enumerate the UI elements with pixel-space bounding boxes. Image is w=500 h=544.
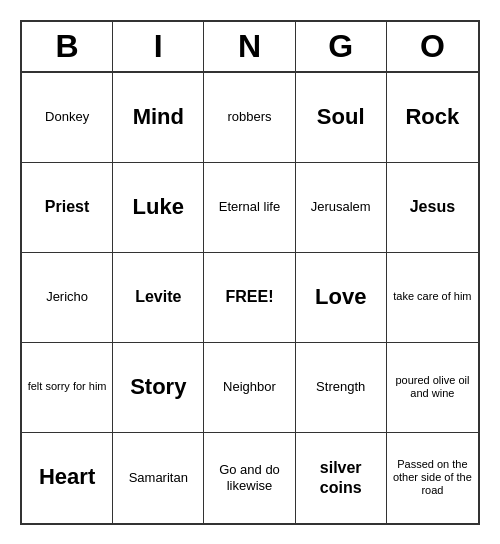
bingo-cell: Jesus [387, 163, 478, 253]
bingo-header: BINGO [22, 22, 478, 73]
bingo-cell: FREE! [204, 253, 295, 343]
bingo-cell: take care of him [387, 253, 478, 343]
header-cell: G [296, 22, 387, 71]
cell-text: Jericho [46, 289, 88, 305]
bingo-cell: Heart [22, 433, 113, 523]
cell-text: Mind [133, 104, 184, 130]
cell-text: Donkey [45, 109, 89, 125]
bingo-cell: Levite [113, 253, 204, 343]
cell-text: Story [130, 374, 186, 400]
cell-text: Priest [45, 197, 89, 216]
bingo-cell: robbers [204, 73, 295, 163]
cell-text: Levite [135, 287, 181, 306]
bingo-cell: silver coins [296, 433, 387, 523]
cell-text: felt sorry for him [28, 380, 107, 393]
cell-text: Eternal life [219, 199, 280, 215]
bingo-cell: Mind [113, 73, 204, 163]
cell-text: poured olive oil and wine [391, 374, 474, 400]
cell-text: Heart [39, 464, 95, 490]
cell-text: Jerusalem [311, 199, 371, 215]
header-cell: B [22, 22, 113, 71]
bingo-grid: DonkeyMindrobbersSoulRockPriestLukeEtern… [22, 73, 478, 523]
cell-text: Neighbor [223, 379, 276, 395]
bingo-card: BINGO DonkeyMindrobbersSoulRockPriestLuk… [20, 20, 480, 525]
bingo-cell: Jerusalem [296, 163, 387, 253]
header-cell: N [204, 22, 295, 71]
bingo-cell: Priest [22, 163, 113, 253]
cell-text: Jesus [410, 197, 455, 216]
header-cell: I [113, 22, 204, 71]
cell-text: FREE! [225, 287, 273, 306]
cell-text: Passed on the other side of the road [391, 458, 474, 498]
cell-text: Soul [317, 104, 365, 130]
bingo-cell: Donkey [22, 73, 113, 163]
cell-text: silver coins [300, 458, 382, 496]
bingo-cell: Soul [296, 73, 387, 163]
bingo-cell: Love [296, 253, 387, 343]
bingo-cell: Neighbor [204, 343, 295, 433]
bingo-cell: Eternal life [204, 163, 295, 253]
bingo-cell: felt sorry for him [22, 343, 113, 433]
cell-text: Love [315, 284, 366, 310]
cell-text: Strength [316, 379, 365, 395]
bingo-cell: Rock [387, 73, 478, 163]
cell-text: take care of him [393, 290, 471, 303]
bingo-cell: Luke [113, 163, 204, 253]
cell-text: Samaritan [129, 470, 188, 486]
header-cell: O [387, 22, 478, 71]
bingo-cell: Samaritan [113, 433, 204, 523]
bingo-cell: Passed on the other side of the road [387, 433, 478, 523]
bingo-cell: Story [113, 343, 204, 433]
bingo-cell: Jericho [22, 253, 113, 343]
bingo-cell: Strength [296, 343, 387, 433]
bingo-cell: poured olive oil and wine [387, 343, 478, 433]
bingo-cell: Go and do likewise [204, 433, 295, 523]
cell-text: robbers [227, 109, 271, 125]
cell-text: Go and do likewise [208, 462, 290, 493]
cell-text: Luke [133, 194, 184, 220]
cell-text: Rock [405, 104, 459, 130]
